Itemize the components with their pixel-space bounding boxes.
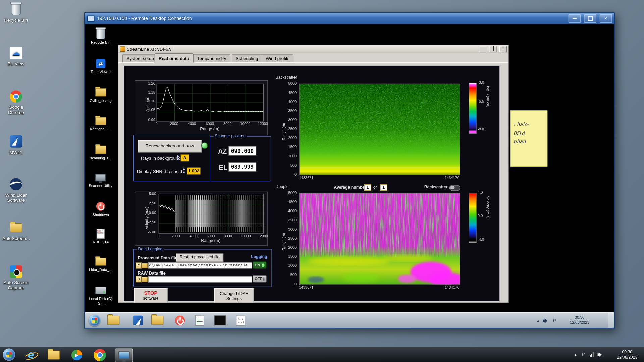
rdp-close-button[interactable]: × [600, 14, 612, 23]
action-center-flag-icon[interactable]: ⚐ [581, 352, 585, 357]
lv-minimize-button[interactable] [480, 46, 487, 52]
remote-icon-recycle-bin[interactable]: Recycle Bin [88, 28, 113, 45]
volume-icon[interactable] [598, 352, 603, 357]
dp-ytick: 4000 [284, 209, 297, 213]
remote-taskbar-explorer[interactable] [106, 314, 121, 327]
close-icon: × [604, 16, 607, 21]
drive-letter-chip[interactable]: C [136, 262, 142, 269]
tab-scheduling[interactable]: Scheduling [232, 54, 262, 62]
host-taskbar-rdp-active[interactable] [115, 349, 133, 362]
snr-spinner[interactable] [182, 168, 186, 174]
az-field[interactable]: 090.000 [228, 146, 256, 156]
host-taskbar-ie[interactable]: e [23, 349, 39, 362]
tray-arrow-icon[interactable]: ▲ [574, 352, 577, 356]
bs-xtick-end: 1434170 [426, 176, 459, 180]
volume-icon[interactable] [543, 318, 549, 323]
raw-path-field[interactable] [148, 276, 252, 283]
processed-logging-toggle[interactable]: ON [253, 261, 267, 269]
remote-icon-rdp-v14[interactable]: Raw Data loc RDP_v14 [88, 228, 113, 245]
streamline-titlebar[interactable]: StreamLine XR v14-6.vi × [118, 45, 508, 53]
host-taskbar-chrome[interactable] [92, 349, 108, 362]
remote-taskbar-folder[interactable] [150, 314, 165, 327]
bs-ytick: 4500 [284, 91, 297, 95]
snr-threshold-field[interactable]: 1.002 [187, 168, 200, 175]
remote-taskbar-scan-sched[interactable]: Scan sched [233, 314, 249, 327]
desktop-icon-recycle-bin[interactable]: Recycle Bin [2, 2, 30, 23]
stop-software-button[interactable]: STOP software [134, 288, 167, 303]
folder-icon [95, 145, 106, 154]
tab-temp-humidity[interactable]: Temp/humidity [193, 54, 230, 62]
sticky-note[interactable]: : halo- 0f1d phan [510, 110, 547, 167]
desktop-icon-google-chrome[interactable]: Google Chrome [2, 89, 30, 115]
el-field[interactable]: 089.999 [228, 162, 256, 172]
remote-icon-cville-testing[interactable]: Cville_testing [88, 86, 113, 103]
lv-close-button[interactable]: × [499, 46, 507, 52]
remote-taskbar-terminal[interactable] [212, 314, 228, 327]
on-label: ON [255, 263, 260, 267]
remote-desktop: Recycle Bin ⇄ TeamViewer Cville_testing … [85, 24, 614, 328]
remote-icon-teamviewer[interactable]: ⇄ TeamViewer [88, 58, 113, 74]
average-number-field[interactable]: 1 [364, 184, 371, 191]
browse-folder-icon[interactable] [142, 263, 148, 268]
shutdown-icon [175, 316, 185, 325]
bs-cb-tick: -3.0 [478, 80, 490, 84]
change-lidar-settings-button[interactable]: Change LiDAR Settings [214, 288, 254, 303]
host-clock-time: 00:30 [617, 349, 637, 355]
tab-real-time-data[interactable]: Real time data [154, 53, 193, 63]
backscatter-colorbar [469, 83, 477, 134]
remote-icon-lidar-data[interactable]: Lidar_Data_... [88, 256, 113, 273]
remote-icon-shutdown[interactable]: Shutdown [88, 201, 113, 217]
remote-icon-scanning[interactable]: scanning_r... [88, 144, 113, 161]
remote-clock[interactable]: 00:30 12/08/2023 [570, 315, 589, 325]
average-total-field[interactable]: 1 [380, 184, 387, 191]
change-button-line1: Change LiDAR [215, 291, 253, 296]
data-logging-title: Data Logging [137, 247, 164, 251]
desktop-icon-wind-lidar[interactable]: Wind Lidar Software [2, 177, 30, 203]
remote-taskbar-shutdown[interactable] [172, 314, 188, 327]
tab-wind-profile[interactable]: Wind profile [262, 54, 294, 62]
rdp-minimize-button[interactable] [569, 14, 581, 23]
windows-logo-icon [6, 352, 12, 357]
raw-logging-toggle[interactable]: OFF [253, 275, 267, 282]
vel-ytick: 2.50 [143, 201, 156, 205]
remote-icon-scanner-utility[interactable]: Scanner Utility [88, 172, 113, 188]
renew-background-button[interactable]: Renew background now [138, 140, 202, 153]
host-clock[interactable]: 00:30 12/08/2023 [617, 349, 637, 360]
rdp-titlebar[interactable]: 192.168.0.150 - Remote Desktop Connectio… [85, 13, 614, 24]
backscatter-toggle[interactable] [449, 185, 460, 191]
remote-show-desktop-button[interactable] [609, 313, 614, 328]
desktop-icon-mw41[interactable]: MW41 [2, 135, 30, 155]
note-line: : halo- [514, 121, 529, 127]
backscatter-heatmap [299, 84, 460, 175]
desktop-icon-bl-view[interactable]: ☁ BL-View [2, 46, 30, 66]
vel-xtick: 8000 [221, 234, 235, 238]
browse-folder-icon[interactable] [142, 277, 148, 282]
drive-letter-chip[interactable]: C [136, 276, 142, 283]
rays-spinner[interactable] [176, 154, 180, 161]
remote-start-button[interactable] [89, 315, 100, 326]
outer-desktop: Recycle Bin ☁ BL-View Google Chrome MW41… [0, 0, 644, 362]
ascope-xtick: 0 [149, 122, 164, 126]
network-icon[interactable] [590, 352, 594, 357]
screen-capture-icon [10, 265, 22, 278]
tab-system-setup[interactable]: System setup [122, 54, 158, 62]
vel-xtick: 6000 [203, 234, 218, 238]
host-taskbar-explorer[interactable] [46, 349, 62, 362]
scanner-position-title: Scanner position [214, 134, 247, 138]
rdp-maximize-button[interactable] [584, 14, 596, 23]
desktop-icon-autoscreen[interactable]: AutoScreen... [2, 221, 30, 241]
processed-path-field[interactable]: C:\Lidar\Data\Proc\2023\202308\20230812\… [148, 262, 252, 269]
lv-maximize-button[interactable] [490, 46, 497, 52]
remote-taskbar-spreadsheet[interactable] [192, 314, 208, 327]
tray-arrow-icon[interactable]: ▲ [536, 319, 540, 322]
app-window-icon [133, 316, 143, 325]
restart-processed-file-button[interactable]: Restart processed file [176, 254, 223, 262]
remote-taskbar-app[interactable] [130, 314, 146, 327]
action-center-flag-icon[interactable]: ⚐ [552, 318, 556, 323]
host-start-button[interactable] [3, 349, 15, 361]
host-taskbar-media-player[interactable]: ▶ [69, 349, 85, 362]
desktop-icon-auto-screen-capture[interactable]: Auto Screen Capture [2, 265, 30, 291]
remote-icon-kentland[interactable]: Kentland_F... [88, 115, 113, 132]
rays-in-background-field[interactable]: 8 [181, 154, 189, 161]
remote-icon-local-disk[interactable]: Local Disk (C) - Sh... [88, 285, 113, 306]
